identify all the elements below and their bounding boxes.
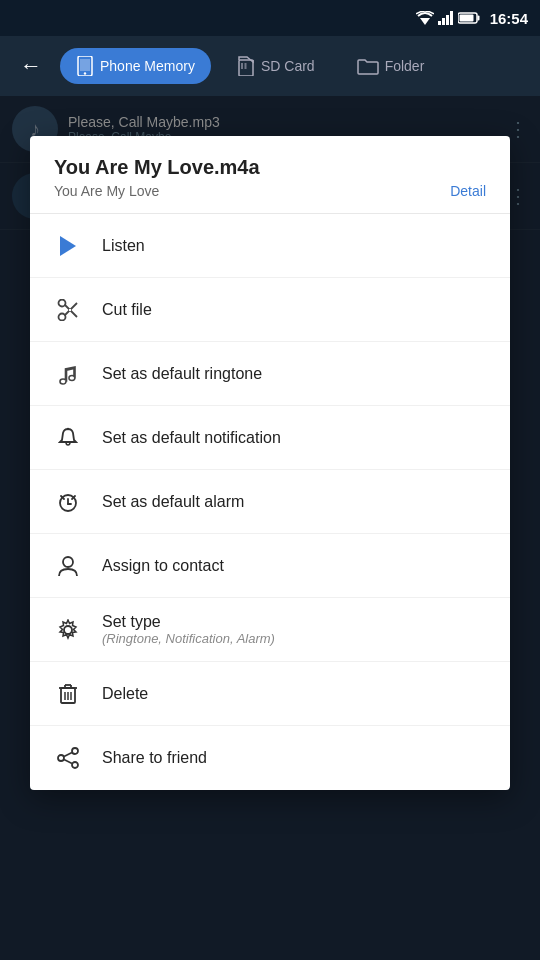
svg-line-40 [64,760,72,764]
svg-point-26 [63,557,73,567]
svg-rect-3 [446,15,449,25]
menu-item-delete[interactable]: Delete [30,662,510,726]
menu-label-share: Share to friend [102,749,207,767]
modal-file-title: You Are My Love.m4a [54,156,486,179]
menu-label-notification: Set as default notification [102,429,281,447]
svg-rect-13 [244,63,246,69]
trash-icon [54,683,82,705]
svg-point-27 [64,626,72,634]
menu-item-default-alarm[interactable]: Set as default alarm [30,470,510,534]
sdcard-icon [237,56,255,76]
svg-rect-7 [459,15,473,22]
set-type-text: Set type (Ringtone, Notification, Alarm) [102,613,275,646]
menu-item-share[interactable]: Share to friend [30,726,510,790]
menu-sublabel-set-type: (Ringtone, Notification, Alarm) [102,631,275,646]
tab-sd-card[interactable]: SD Card [221,48,331,84]
svg-point-37 [72,762,78,768]
menu-item-set-type[interactable]: Set type (Ringtone, Notification, Alarm) [30,598,510,662]
menu-item-listen[interactable]: Listen [30,214,510,278]
tab-folder-label: Folder [385,58,425,74]
svg-rect-9 [80,59,90,71]
top-nav: ← Phone Memory SD Card [0,36,540,96]
menu-item-cut-file[interactable]: Cut file [30,278,510,342]
wifi-icon [416,11,434,25]
share-icon [54,747,82,769]
menu-label-assign-contact: Assign to contact [102,557,224,575]
context-menu-modal: You Are My Love.m4a You Are My Love Deta… [30,136,510,790]
tab-sd-card-label: SD Card [261,58,315,74]
svg-point-38 [58,755,64,761]
svg-rect-12 [241,63,243,69]
menu-label-set-type: Set type [102,613,275,631]
svg-point-20 [67,427,69,429]
svg-rect-4 [450,11,453,25]
menu-label-listen: Listen [102,237,145,255]
cut-icon [54,299,82,321]
tab-phone-memory-label: Phone Memory [100,58,195,74]
modal-subtitle-row: You Are My Love Detail [54,183,486,199]
svg-rect-1 [438,21,441,25]
status-icons [416,11,480,25]
modal-header: You Are My Love.m4a You Are My Love Deta… [30,136,510,214]
alarm-icon [54,491,82,513]
play-icon [54,235,82,257]
svg-rect-2 [442,18,445,25]
svg-marker-14 [60,236,76,256]
status-bar: 16:54 [0,0,540,36]
menu-label-delete: Delete [102,685,148,703]
folder-icon [357,57,379,75]
svg-marker-0 [420,18,430,25]
svg-point-36 [72,748,78,754]
person-icon [54,555,82,577]
svg-line-39 [64,753,72,757]
phone-icon [76,56,94,76]
menu-label-alarm: Set as default alarm [102,493,244,511]
modal-file-subtitle: You Are My Love [54,183,159,199]
gear-icon [54,619,82,641]
status-time: 16:54 [490,10,528,27]
tab-folder[interactable]: Folder [341,49,441,83]
menu-item-default-ringtone[interactable]: Set as default ringtone [30,342,510,406]
menu-item-default-notification[interactable]: Set as default notification [30,406,510,470]
battery-icon [458,12,480,24]
menu-label-cut-file: Cut file [102,301,152,319]
music-icon [54,363,82,385]
signal-icon [438,11,454,25]
modal-overlay: You Are My Love.m4a You Are My Love Deta… [0,96,540,960]
back-button[interactable]: ← [12,49,50,83]
svg-point-10 [84,72,86,74]
bell-icon [54,427,82,449]
svg-rect-6 [477,16,479,21]
detail-link[interactable]: Detail [450,183,486,199]
menu-item-assign-contact[interactable]: Assign to contact [30,534,510,598]
tab-phone-memory[interactable]: Phone Memory [60,48,211,84]
menu-label-ringtone: Set as default ringtone [102,365,262,383]
